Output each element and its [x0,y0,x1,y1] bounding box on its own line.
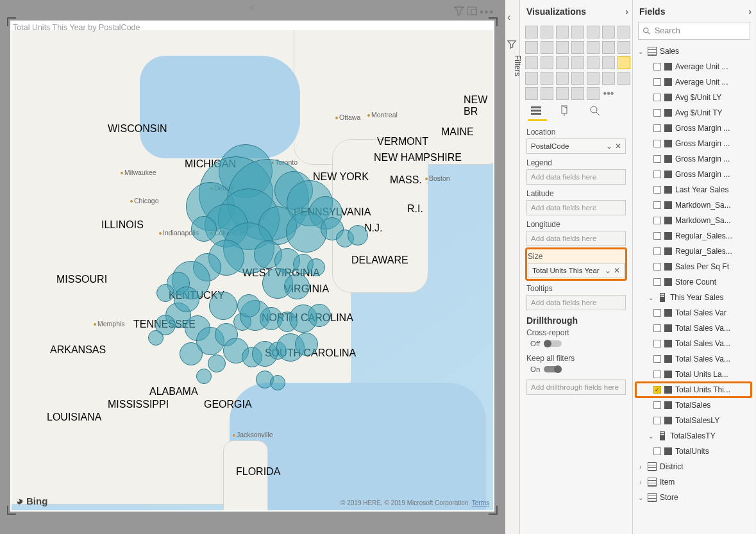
field-checkbox[interactable] [653,94,661,101]
visual-type-icon[interactable] [525,87,538,100]
map-bubble[interactable] [348,225,368,246]
field-row[interactable]: Total Sales Var [635,305,752,321]
field-checkbox[interactable] [653,278,661,286]
map-bubble[interactable] [156,284,174,302]
field-checkbox[interactable] [653,186,661,194]
visual-type-icon[interactable] [571,26,584,38]
visual-type-icon[interactable] [602,26,615,38]
map-bubble[interactable] [270,375,285,390]
chevron-left-icon[interactable]: ‹ [507,12,510,23]
well-dropzone[interactable]: Total Units This Year⌄✕ [528,263,625,278]
table-row[interactable]: ⌄Store [635,490,752,505]
field-row[interactable]: Markdown_Sa... [635,213,752,228]
field-row[interactable]: Total Sales Va... [635,336,752,351]
field-row[interactable]: Avg $/Unit LY [635,90,752,105]
visual-type-icon[interactable] [602,41,615,54]
map-bubble[interactable] [284,274,310,299]
visual-type-icon[interactable] [587,56,600,69]
field-checkbox[interactable] [653,263,661,271]
resize-handle-tr[interactable] [489,17,498,26]
field-checkbox[interactable] [653,417,661,424]
field-row[interactable]: Gross Margin ... [635,121,752,136]
visual-type-icon[interactable] [587,26,600,38]
field-row[interactable]: ✓Total Units Thi... [635,382,752,397]
field-row[interactable]: Sales Per Sq Ft [635,259,752,274]
visual-type-icon[interactable] [587,41,600,54]
field-row[interactable]: Gross Margin ... [635,151,752,167]
table-row[interactable]: ⌄This Year Sales [635,290,752,305]
field-checkbox[interactable] [653,63,661,71]
field-row[interactable]: Regular_Sales... [635,244,752,259]
field-row[interactable]: Average Unit ... [635,59,752,74]
field-checkbox[interactable] [653,324,661,332]
visual-type-icon[interactable] [556,87,569,100]
map-bubble[interactable] [196,369,212,384]
visual-type-icon[interactable] [525,26,538,38]
visual-type-icon[interactable] [602,72,615,85]
map-bubble[interactable] [180,342,203,365]
filter-icon[interactable] [454,6,464,19]
map-bubble[interactable] [307,258,325,276]
visual-type-icon[interactable] [525,72,538,85]
chevron-down-icon[interactable]: ⌄ [605,266,611,275]
field-row[interactable]: Store Count [635,274,752,290]
field-checkbox[interactable] [653,355,661,363]
fields-tab-icon[interactable] [529,104,543,118]
drillthrough-dropzone[interactable]: Add drillthrough fields here [526,380,626,395]
map-visual[interactable]: ≡ ••• Total Units This Year by PostalCod… [10,21,494,512]
field-row[interactable]: Regular_Sales... [635,228,752,244]
field-checkbox[interactable] [653,447,661,455]
table-row[interactable]: ⌄TotalSalesTY [635,428,752,444]
visual-type-icon[interactable] [525,56,538,69]
field-checkbox[interactable] [653,340,661,347]
chevron-right-icon[interactable]: › [748,1,752,22]
map-bubble[interactable] [148,330,164,346]
terms-link[interactable]: Terms [472,499,489,506]
map-bubble[interactable] [295,333,318,356]
map-bubble[interactable] [191,216,217,242]
field-row[interactable]: TotalUnits [635,444,752,459]
chevron-right-icon[interactable]: › [625,1,628,22]
field-checkbox[interactable] [653,140,661,147]
visual-type-icon[interactable] [556,41,569,54]
field-checkbox[interactable]: ✓ [653,386,661,394]
cross-report-toggle[interactable]: Off [530,340,626,347]
visual-type-icon[interactable] [571,87,584,100]
visual-type-icon[interactable] [556,56,569,69]
visual-type-icon[interactable] [617,72,630,85]
map-bubble[interactable] [209,292,237,320]
field-checkbox[interactable] [653,371,661,378]
fields-search[interactable]: Search [638,22,750,40]
field-checkbox[interactable] [653,78,661,86]
chevron-down-icon[interactable]: ⌄ [606,142,612,151]
field-checkbox[interactable] [653,155,661,163]
field-row[interactable]: Total Sales Va... [635,321,752,336]
well-dropzone[interactable]: Add data fields here [526,169,626,185]
field-row[interactable]: Markdown_Sa... [635,197,752,213]
map-bubble[interactable] [174,287,199,312]
field-row[interactable]: Total Sales Va... [635,351,752,367]
visual-type-icon[interactable] [617,26,630,38]
map-bubble[interactable] [208,355,226,372]
map-bubble[interactable] [308,304,331,327]
visual-type-icon[interactable] [525,41,538,54]
field-checkbox[interactable] [653,247,661,255]
keep-filters-toggle[interactable]: On [530,365,626,373]
well-dropzone[interactable]: Add data fields here [526,200,626,215]
analytics-tab-icon[interactable] [588,104,602,118]
field-checkbox[interactable] [653,124,661,132]
field-checkbox[interactable] [653,109,661,117]
table-row[interactable]: ⌄Sales [635,44,752,59]
visual-type-icon[interactable] [571,72,584,85]
visual-type-icon[interactable] [587,72,600,85]
field-row[interactable]: Gross Margin ... [635,167,752,182]
remove-icon[interactable]: ✕ [614,266,620,275]
table-row[interactable]: ›District [635,459,752,474]
visual-type-icon[interactable] [556,72,569,85]
visual-type-icon[interactable] [602,56,615,69]
well-dropzone[interactable]: Add data fields here [526,231,626,246]
visual-type-icon[interactable] [541,26,553,38]
focus-mode-icon[interactable] [467,6,477,19]
field-checkbox[interactable] [653,201,661,209]
visual-type-icon[interactable] [587,87,600,100]
